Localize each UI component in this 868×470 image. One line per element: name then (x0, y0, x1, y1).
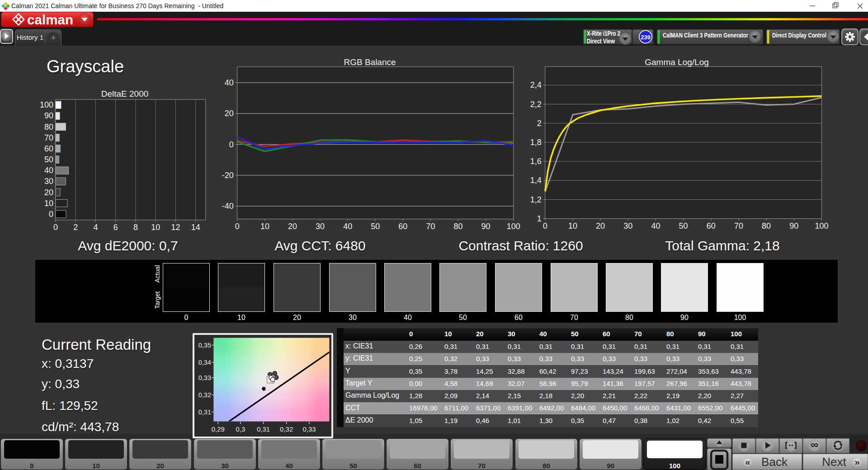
svg-text:2,4: 2,4 (530, 80, 542, 89)
svg-text:0,34: 0,34 (198, 359, 211, 366)
svg-text:0: 0 (229, 140, 234, 149)
svg-text:0,35: 0,35 (198, 342, 211, 349)
svg-text:CalMAN Client 3 Pattern Genera: CalMAN Client 3 Pattern Generator (663, 31, 748, 39)
svg-text:80: 80 (762, 221, 771, 230)
svg-text:+: + (51, 33, 56, 42)
svg-text:10: 10 (44, 199, 53, 208)
svg-text:4: 4 (93, 223, 98, 232)
svg-text:20: 20 (596, 221, 605, 230)
svg-text:8: 8 (133, 223, 138, 232)
svg-text:90: 90 (789, 221, 798, 230)
svg-text:60: 60 (44, 144, 53, 153)
svg-text:90: 90 (44, 111, 53, 120)
svg-text:10: 10 (568, 221, 577, 230)
svg-text:Gamma Log/Log: Gamma Log/Log (645, 57, 709, 67)
svg-text:-20: -20 (222, 171, 234, 180)
svg-text:1,2: 1,2 (530, 195, 542, 204)
svg-text:0: 0 (543, 221, 547, 230)
svg-text:100: 100 (507, 222, 520, 231)
svg-text:100: 100 (815, 221, 828, 230)
svg-text:40: 40 (343, 222, 352, 231)
svg-text:90: 90 (481, 222, 491, 231)
svg-text:1: 1 (537, 214, 542, 223)
svg-text:0,33: 0,33 (198, 374, 211, 381)
svg-text:20: 20 (225, 109, 234, 118)
svg-text:-40: -40 (222, 202, 234, 211)
svg-text:50: 50 (44, 155, 53, 164)
svg-text:10: 10 (260, 222, 269, 231)
svg-text:1,4: 1,4 (530, 176, 542, 185)
svg-text:«: « (745, 457, 750, 467)
svg-text:∞: ∞ (811, 438, 818, 451)
svg-text:calman: calman (27, 13, 73, 27)
svg-text:40: 40 (651, 221, 660, 230)
svg-text:80: 80 (453, 222, 462, 231)
svg-text:10: 10 (151, 223, 160, 232)
svg-text:50: 50 (371, 222, 380, 231)
svg-text:Direct View: Direct View (587, 38, 615, 45)
svg-text:0,32: 0,32 (280, 425, 293, 433)
svg-text:0,31: 0,31 (198, 409, 211, 416)
svg-text:60: 60 (707, 221, 716, 230)
svg-text:14: 14 (191, 223, 200, 232)
svg-text:Direct Display Control: Direct Display Control (772, 32, 826, 39)
svg-text:0,3: 0,3 (236, 425, 245, 433)
svg-text:0,29: 0,29 (212, 425, 225, 433)
svg-text:1,8: 1,8 (530, 138, 542, 147)
svg-text:80: 80 (44, 122, 53, 132)
svg-text:0,33: 0,33 (302, 425, 316, 433)
svg-text:239: 239 (641, 34, 651, 41)
svg-text:0,32: 0,32 (198, 391, 211, 399)
svg-text:RGB Balance: RGB Balance (344, 57, 396, 67)
svg-text:70: 70 (44, 133, 53, 142)
svg-text:0: 0 (235, 222, 240, 231)
svg-text:50: 50 (679, 221, 688, 230)
svg-text:70: 70 (426, 222, 435, 231)
svg-text:2,2: 2,2 (530, 100, 542, 109)
svg-text:40: 40 (225, 78, 234, 87)
svg-text:»: » (854, 457, 859, 467)
svg-text:0,31: 0,31 (257, 425, 270, 433)
svg-text:0: 0 (49, 210, 53, 219)
svg-text:2: 2 (537, 119, 542, 128)
svg-text:12: 12 (171, 223, 180, 232)
svg-text:0: 0 (53, 223, 58, 232)
svg-text:2: 2 (73, 223, 78, 232)
svg-text:DeltaE 2000: DeltaE 2000 (101, 89, 149, 99)
svg-text:30: 30 (316, 222, 325, 231)
svg-text:60: 60 (398, 222, 407, 231)
svg-text:20: 20 (44, 188, 53, 197)
svg-text:6: 6 (113, 223, 118, 232)
svg-text:70: 70 (734, 221, 743, 230)
svg-text:40: 40 (44, 166, 53, 175)
svg-text:30: 30 (44, 177, 53, 186)
svg-text:Next: Next (822, 455, 846, 469)
svg-text:20: 20 (288, 222, 297, 231)
svg-text:100: 100 (40, 100, 53, 109)
svg-text:Back: Back (761, 455, 788, 469)
svg-text:1,6: 1,6 (530, 157, 542, 166)
svg-text:X-Rite i1Pro 2: X-Rite i1Pro 2 (587, 30, 620, 37)
svg-text:30: 30 (623, 221, 632, 230)
